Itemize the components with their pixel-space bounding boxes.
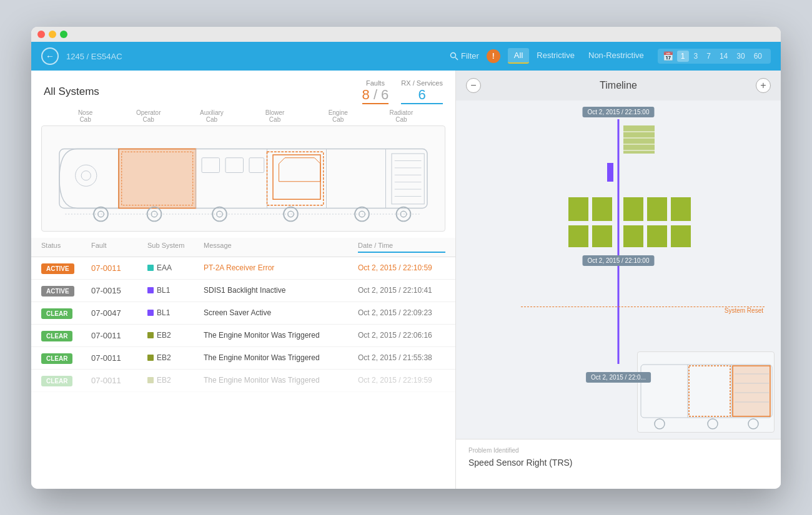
train-illustration	[47, 131, 440, 226]
status-cell: ACTIVE	[41, 285, 91, 297]
timeline-block-olive-5	[671, 197, 691, 221]
svg-rect-44	[689, 366, 730, 416]
timeline-block-olive-1	[568, 197, 588, 221]
time-tab-3[interactable]: 3	[690, 51, 702, 62]
timeline-block-olive-7	[592, 225, 612, 247]
timeline-zoom-out[interactable]: −	[466, 78, 481, 93]
detail-value: Speed Sensor Right (TRS)	[468, 458, 768, 468]
timeline-content: Oct 2, 2015 / 22:15:00	[456, 101, 781, 439]
status-cell: CLEAR	[41, 352, 91, 364]
datetime-cell: Oct 2, 2015 / 22:06:16	[358, 331, 445, 340]
panel-header: All Systems Faults 8 / 6 RX / Services 6	[31, 71, 455, 109]
svg-rect-45	[733, 366, 770, 416]
time-tab-group: 📅 1 3 7 14 30 60	[658, 49, 771, 64]
table-row[interactable]: ACTIVE 07-0011 EAA PT-2A Receiver Error …	[31, 257, 455, 280]
message-cell: The Engine Monitor Was Triggered	[204, 353, 358, 362]
timeline-block-olive-10	[671, 225, 691, 247]
panel-title: All Systems	[44, 86, 99, 98]
svg-line-1	[455, 57, 458, 60]
subsystem-dot	[147, 265, 154, 271]
timeline-zoom-in[interactable]: +	[756, 78, 771, 93]
minimize-button[interactable]	[49, 31, 56, 38]
svg-point-47	[708, 419, 718, 429]
svg-rect-14	[249, 157, 264, 172]
col-message: Message	[204, 242, 358, 253]
status-badge: CLEAR	[41, 331, 72, 341]
svg-rect-12	[202, 157, 220, 172]
detail-label: Problem Identified	[468, 447, 768, 454]
timeline-label-bottom: Oct 2, 2015 / 22:0...	[586, 372, 651, 383]
maximize-button[interactable]	[60, 31, 67, 38]
subsystem-name: BL1	[157, 308, 170, 317]
info-badge[interactable]: !	[487, 49, 500, 63]
close-button[interactable]	[37, 31, 45, 38]
subsystem-name: EB2	[157, 376, 171, 385]
svg-rect-36	[623, 125, 655, 154]
svg-rect-3	[119, 149, 196, 208]
timeline-header: − Timeline +	[456, 71, 781, 101]
subsystem-cell: EAA	[147, 263, 204, 272]
train-svg	[41, 125, 445, 232]
table-row[interactable]: CLEAR 07-0047 BL1 Screen Saver Active Oc…	[31, 302, 455, 325]
table-row[interactable]: CLEAR 07-0011 EB2 The Engine Monitor Was…	[31, 347, 455, 370]
search-filter[interactable]: Filter	[450, 51, 479, 61]
cab-labels: NoseCab OperatorCab AuxiliaryCab BlowerC…	[41, 109, 445, 123]
col-subsystem: Sub System	[147, 242, 204, 253]
status-badge: ACTIVE	[41, 263, 74, 274]
datetime-cell: Oct 2, 2015 / 21:55:38	[358, 353, 445, 362]
status-cell: CLEAR	[41, 307, 91, 319]
svg-point-46	[655, 419, 665, 429]
table-row[interactable]: CLEAR 07-0011 EB2 The Engine Monitor Was…	[31, 325, 455, 347]
fault-code: 07-0047	[91, 308, 147, 318]
status-badge: CLEAR	[41, 376, 72, 386]
tab-all[interactable]: All	[508, 48, 529, 64]
timeline-label-top: Oct 2, 2015 / 22:15:00	[583, 107, 655, 117]
subsystem-dot	[147, 332, 154, 338]
datetime-cell: Oct 2, 2015 / 22:10:59	[358, 263, 445, 272]
fault-code: 07-0011	[91, 353, 147, 363]
titlebar	[31, 27, 781, 42]
main-content: All Systems Faults 8 / 6 RX / Services 6	[31, 71, 781, 489]
status-badge: CLEAR	[41, 353, 72, 364]
faults-value: 8 / 6	[362, 87, 389, 103]
fault-table: Status Fault Sub System Message Date / T…	[31, 238, 455, 489]
col-datetime: Date / Time	[358, 242, 445, 253]
cab-radiator: RadiatorCab	[382, 109, 420, 123]
datetime-cell: Oct 2, 2015 / 22:10:41	[358, 286, 445, 295]
cab-engine: EngineCab	[319, 109, 357, 123]
fault-code: 07-0011	[91, 376, 147, 385]
subsystem-cell: EB2	[147, 376, 204, 385]
svg-rect-2	[59, 149, 427, 208]
status-badge: ACTIVE	[41, 286, 74, 297]
timeline-block-olive-3	[623, 197, 643, 221]
time-tab-14[interactable]: 14	[716, 51, 731, 62]
time-tab-60[interactable]: 60	[750, 51, 766, 62]
table-row[interactable]: ACTIVE 07-0015 BL1 SDIS1 Backlight Inact…	[31, 280, 455, 302]
left-panel: All Systems Faults 8 / 6 RX / Services 6	[31, 71, 456, 489]
subsystem-name: BL1	[157, 286, 170, 295]
datetime-cell: Oct 2, 2015 / 22:09:23	[358, 308, 445, 317]
header: ← 1245 / ES54AC Filter ! All Restrictive…	[31, 42, 781, 71]
cab-nose: NoseCab	[67, 109, 104, 123]
message-cell: Screen Saver Active	[204, 308, 358, 317]
subsystem-name: EAA	[157, 263, 172, 272]
train-diagram: NoseCab OperatorCab AuxiliaryCab BlowerC…	[31, 109, 455, 238]
timeline-striped-block	[623, 125, 655, 154]
subsystem-cell: EB2	[147, 353, 204, 362]
timeline-block-olive-6	[568, 225, 588, 247]
time-tab-1[interactable]: 1	[677, 51, 689, 62]
svg-point-11	[81, 170, 91, 180]
subsystem-cell: BL1	[147, 308, 204, 317]
tab-non-restrictive[interactable]: Non-Restrictive	[582, 48, 650, 64]
time-tab-7[interactable]: 7	[703, 51, 715, 62]
tab-restrictive[interactable]: Restrictive	[530, 48, 581, 64]
subsystem-dot	[147, 310, 154, 316]
back-button[interactable]: ←	[41, 47, 59, 65]
time-tab-30[interactable]: 30	[733, 51, 748, 62]
table-row[interactable]: CLEAR 07-0011 EB2 The Engine Monitor Was…	[31, 370, 455, 392]
timeline-block-olive-2	[592, 197, 612, 221]
mini-train-diagram	[637, 351, 775, 433]
subsystem-dot	[147, 377, 154, 383]
timeline-label-middle: Oct 2, 2015 / 22:10:00	[583, 255, 655, 266]
svg-point-0	[450, 52, 455, 57]
